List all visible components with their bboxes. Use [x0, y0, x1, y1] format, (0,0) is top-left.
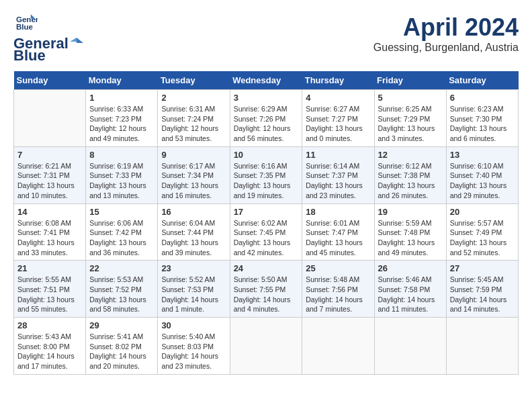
- day-info: Sunrise: 6:04 AM Sunset: 7:44 PM Dayligh…: [161, 218, 226, 258]
- calendar-cell: [446, 318, 518, 375]
- page-header: General Blue General Blue April 2024 Gue…: [13, 13, 519, 64]
- day-info: Sunrise: 6:01 AM Sunset: 7:47 PM Dayligh…: [306, 218, 370, 258]
- title-block: April 2024 Guessing, Burgenland, Austria: [373, 13, 519, 54]
- day-info: Sunrise: 6:12 AM Sunset: 7:38 PM Dayligh…: [378, 161, 443, 201]
- day-number: 20: [450, 207, 515, 217]
- calendar-cell: 24Sunrise: 5:50 AM Sunset: 7:55 PM Dayli…: [230, 261, 302, 318]
- calendar-week-3: 14Sunrise: 6:08 AM Sunset: 7:41 PM Dayli…: [14, 203, 519, 261]
- location-subtitle: Guessing, Burgenland, Austria: [373, 42, 519, 54]
- day-info: Sunrise: 6:29 AM Sunset: 7:26 PM Dayligh…: [234, 104, 299, 144]
- calendar-cell: 21Sunrise: 5:55 AM Sunset: 7:51 PM Dayli…: [14, 261, 86, 318]
- day-number: 29: [89, 320, 154, 330]
- day-number: 26: [378, 263, 443, 273]
- calendar-cell: 17Sunrise: 6:02 AM Sunset: 7:45 PM Dayli…: [230, 203, 302, 261]
- day-number: 14: [17, 207, 82, 217]
- day-number: 25: [306, 263, 370, 273]
- day-number: 19: [378, 207, 443, 217]
- calendar-cell: 20Sunrise: 5:57 AM Sunset: 7:49 PM Dayli…: [446, 203, 518, 261]
- calendar-cell: 23Sunrise: 5:52 AM Sunset: 7:53 PM Dayli…: [158, 261, 230, 318]
- day-number: 7: [17, 150, 82, 160]
- day-number: 9: [161, 150, 226, 160]
- day-info: Sunrise: 5:46 AM Sunset: 7:58 PM Dayligh…: [378, 275, 443, 314]
- calendar-cell: [14, 90, 86, 147]
- day-number: 22: [89, 263, 154, 273]
- day-info: Sunrise: 5:55 AM Sunset: 7:51 PM Dayligh…: [17, 275, 82, 314]
- day-info: Sunrise: 6:16 AM Sunset: 7:35 PM Dayligh…: [234, 161, 299, 201]
- calendar-cell: 27Sunrise: 5:45 AM Sunset: 7:59 PM Dayli…: [446, 261, 518, 318]
- col-header-tuesday: Tuesday: [158, 71, 230, 90]
- calendar-week-1: 1Sunrise: 6:33 AM Sunset: 7:23 PM Daylig…: [14, 90, 519, 147]
- svg-marker-4: [70, 38, 77, 42]
- day-number: 1: [89, 93, 154, 103]
- day-number: 2: [161, 93, 226, 103]
- day-info: Sunrise: 6:17 AM Sunset: 7:34 PM Dayligh…: [161, 161, 226, 201]
- day-info: Sunrise: 5:40 AM Sunset: 8:03 PM Dayligh…: [161, 332, 226, 371]
- day-info: Sunrise: 6:33 AM Sunset: 7:23 PM Dayligh…: [89, 104, 154, 144]
- day-number: 11: [306, 150, 370, 160]
- calendar-cell: 29Sunrise: 5:41 AM Sunset: 8:02 PM Dayli…: [86, 318, 158, 375]
- calendar-cell: 6Sunrise: 6:23 AM Sunset: 7:30 PM Daylig…: [446, 90, 518, 147]
- day-info: Sunrise: 6:27 AM Sunset: 7:27 PM Dayligh…: [306, 104, 370, 144]
- calendar-cell: [302, 318, 374, 375]
- day-number: 8: [89, 150, 154, 160]
- calendar-week-5: 28Sunrise: 5:43 AM Sunset: 8:00 PM Dayli…: [14, 318, 519, 375]
- calendar-cell: 8Sunrise: 6:19 AM Sunset: 7:33 PM Daylig…: [86, 146, 158, 203]
- calendar-cell: 3Sunrise: 6:29 AM Sunset: 7:26 PM Daylig…: [230, 90, 302, 147]
- col-header-monday: Monday: [86, 71, 158, 90]
- month-title: April 2024: [373, 13, 519, 42]
- day-info: Sunrise: 6:25 AM Sunset: 7:29 PM Dayligh…: [378, 104, 443, 144]
- svg-marker-3: [77, 38, 83, 43]
- day-number: 3: [234, 93, 299, 103]
- day-number: 5: [378, 93, 443, 103]
- calendar-week-4: 21Sunrise: 5:55 AM Sunset: 7:51 PM Dayli…: [14, 261, 519, 318]
- day-info: Sunrise: 6:31 AM Sunset: 7:24 PM Dayligh…: [161, 104, 226, 144]
- day-info: Sunrise: 5:52 AM Sunset: 7:53 PM Dayligh…: [161, 275, 226, 314]
- calendar-cell: 5Sunrise: 6:25 AM Sunset: 7:29 PM Daylig…: [374, 90, 446, 147]
- calendar-cell: [230, 318, 302, 375]
- calendar-cell: 18Sunrise: 6:01 AM Sunset: 7:47 PM Dayli…: [302, 203, 374, 261]
- day-number: 24: [234, 263, 299, 273]
- col-header-wednesday: Wednesday: [230, 71, 302, 90]
- col-header-sunday: Sunday: [14, 71, 86, 90]
- calendar-header-row: SundayMondayTuesdayWednesdayThursdayFrid…: [14, 71, 519, 90]
- calendar-cell: [374, 318, 446, 375]
- calendar-cell: 16Sunrise: 6:04 AM Sunset: 7:44 PM Dayli…: [158, 203, 230, 261]
- calendar-cell: 13Sunrise: 6:10 AM Sunset: 7:40 PM Dayli…: [446, 146, 518, 203]
- day-number: 6: [450, 93, 515, 103]
- svg-text:Blue: Blue: [16, 23, 34, 31]
- day-number: 23: [161, 263, 226, 273]
- day-info: Sunrise: 6:21 AM Sunset: 7:31 PM Dayligh…: [17, 161, 82, 201]
- calendar-cell: 26Sunrise: 5:46 AM Sunset: 7:58 PM Dayli…: [374, 261, 446, 318]
- logo-bird-icon: [70, 36, 83, 50]
- day-number: 21: [17, 263, 82, 273]
- calendar-cell: 28Sunrise: 5:43 AM Sunset: 8:00 PM Dayli…: [14, 318, 86, 375]
- day-info: Sunrise: 6:08 AM Sunset: 7:41 PM Dayligh…: [17, 218, 82, 258]
- day-number: 13: [450, 150, 515, 160]
- day-info: Sunrise: 5:53 AM Sunset: 7:52 PM Dayligh…: [89, 275, 154, 314]
- day-number: 16: [161, 207, 226, 217]
- calendar-cell: 10Sunrise: 6:16 AM Sunset: 7:35 PM Dayli…: [230, 146, 302, 203]
- logo: General Blue General Blue: [13, 13, 83, 64]
- calendar-cell: 7Sunrise: 6:21 AM Sunset: 7:31 PM Daylig…: [14, 146, 86, 203]
- calendar-cell: 19Sunrise: 5:59 AM Sunset: 7:48 PM Dayli…: [374, 203, 446, 261]
- calendar-cell: 22Sunrise: 5:53 AM Sunset: 7:52 PM Dayli…: [86, 261, 158, 318]
- day-info: Sunrise: 5:45 AM Sunset: 7:59 PM Dayligh…: [450, 275, 515, 314]
- calendar-cell: 30Sunrise: 5:40 AM Sunset: 8:03 PM Dayli…: [158, 318, 230, 375]
- day-number: 18: [306, 207, 370, 217]
- day-info: Sunrise: 5:50 AM Sunset: 7:55 PM Dayligh…: [234, 275, 299, 314]
- day-number: 30: [161, 320, 226, 330]
- col-header-friday: Friday: [374, 71, 446, 90]
- col-header-saturday: Saturday: [446, 71, 518, 90]
- calendar-cell: 12Sunrise: 6:12 AM Sunset: 7:38 PM Dayli…: [374, 146, 446, 203]
- day-info: Sunrise: 5:48 AM Sunset: 7:56 PM Dayligh…: [306, 275, 370, 314]
- col-header-thursday: Thursday: [302, 71, 374, 90]
- day-info: Sunrise: 5:43 AM Sunset: 8:00 PM Dayligh…: [17, 332, 82, 371]
- day-info: Sunrise: 6:10 AM Sunset: 7:40 PM Dayligh…: [450, 161, 515, 201]
- day-number: 17: [234, 207, 299, 217]
- calendar-cell: 15Sunrise: 6:06 AM Sunset: 7:42 PM Dayli…: [86, 203, 158, 261]
- day-info: Sunrise: 6:19 AM Sunset: 7:33 PM Dayligh…: [89, 161, 154, 201]
- day-info: Sunrise: 5:59 AM Sunset: 7:48 PM Dayligh…: [378, 218, 443, 258]
- calendar-cell: 11Sunrise: 6:14 AM Sunset: 7:37 PM Dayli…: [302, 146, 374, 203]
- day-number: 4: [306, 93, 370, 103]
- day-info: Sunrise: 6:23 AM Sunset: 7:30 PM Dayligh…: [450, 104, 515, 144]
